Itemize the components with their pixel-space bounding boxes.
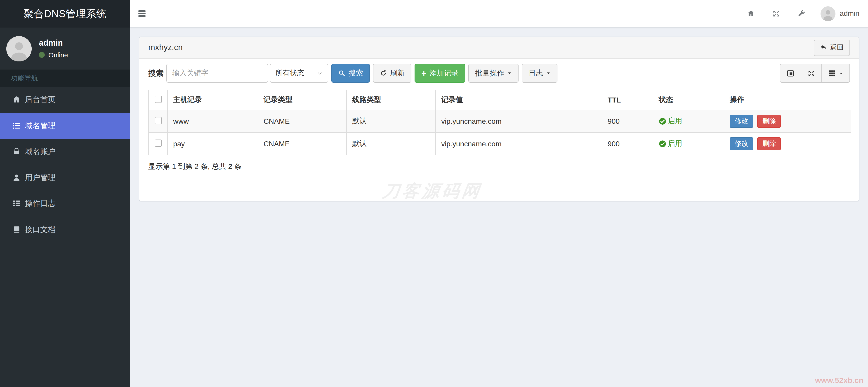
delete-record-button[interactable]: 删除 — [757, 115, 781, 128]
col-line: 线路类型 — [346, 90, 436, 110]
sidebar-item-operation-log[interactable]: 操作日志 — [0, 190, 130, 216]
user-name: admin — [39, 38, 68, 48]
home-icon — [12, 95, 21, 104]
wrench-icon — [798, 9, 806, 17]
app-title: 聚合DNS管理系统 — [24, 7, 106, 21]
cell-ttl: 900 — [602, 110, 653, 133]
user-meta: admin Online — [39, 38, 68, 59]
sidebar-user-panel: admin Online — [0, 28, 130, 70]
sidebar-item-domain-account[interactable]: 域名账户 — [0, 139, 130, 165]
add-record-button[interactable]: + 添加记录 — [414, 64, 465, 83]
sidebar-item-user-manage[interactable]: 用户管理 — [0, 165, 130, 190]
sidebar-item-dashboard[interactable]: 后台首页 — [0, 87, 130, 113]
domain-records-panel: mxhyz.cn 返回 搜索 所有状态 搜索 — [139, 37, 860, 201]
col-ttl: TTL — [602, 90, 653, 110]
dns-records-table: 主机记录 记录类型 线路类型 记录值 TTL 状态 操作 www — [148, 90, 851, 155]
list-icon — [12, 121, 21, 130]
select-all-checkbox[interactable] — [154, 96, 162, 103]
page-title: mxhyz.cn — [148, 43, 183, 52]
sidebar-menu: 后台首页 域名管理 域名账户 用户管理 操作日志 接口文档 — [0, 87, 130, 243]
row-checkbox[interactable] — [154, 117, 162, 124]
table-row: pay CNAME 默认 vip.yuncname.com 900 启用 修改 … — [149, 133, 851, 155]
sidebar-item-api-docs[interactable]: 接口文档 — [0, 216, 130, 243]
search-icon — [338, 70, 345, 77]
log-dropdown[interactable]: 日志 — [522, 64, 557, 83]
status-badge: 启用 — [659, 116, 724, 126]
avatar — [6, 36, 32, 61]
check-circle-icon — [659, 117, 666, 125]
content-area: mxhyz.cn 返回 搜索 所有状态 搜索 — [130, 28, 868, 387]
fullscreen-icon — [807, 69, 815, 77]
panel-body: 搜索 所有状态 搜索 刷新 + — [139, 59, 859, 172]
edit-record-button[interactable]: 修改 — [730, 137, 753, 150]
cell-type: CNAME — [258, 110, 346, 133]
search-button[interactable]: 搜索 — [331, 64, 370, 83]
pagination-info: 显示第 1 到第 2 条, 总共 2 条 — [148, 162, 850, 172]
home-nav-button[interactable] — [739, 0, 764, 27]
search-label: 搜索 — [148, 68, 164, 78]
sidebar-item-domain-manage[interactable]: 域名管理 — [0, 113, 130, 139]
plus-icon: + — [421, 69, 426, 77]
sidebar: 聚合DNS管理系统 admin Online 功能导航 后台首页 域名管理 — [0, 0, 130, 387]
cell-host: www — [167, 110, 258, 133]
online-label: Online — [49, 51, 68, 59]
refresh-icon — [380, 70, 387, 77]
fullscreen-icon — [772, 9, 780, 17]
table-row: www CNAME 默认 vip.yuncname.com 900 启用 修改 … — [149, 110, 851, 133]
app-window: 聚合DNS管理系统 admin Online 功能导航 后台首页 域名管理 — [0, 0, 868, 387]
records-toolbar: 搜索 所有状态 搜索 刷新 + — [148, 64, 850, 83]
row-checkbox[interactable] — [154, 139, 162, 146]
user-menu[interactable]: admin — [814, 6, 860, 21]
navbar-user-name: admin — [840, 9, 860, 17]
sidebar-toggle-button[interactable] — [138, 8, 150, 20]
sidebar-section-header: 功能导航 — [0, 70, 130, 87]
check-circle-icon — [659, 140, 666, 148]
caret-down-icon — [546, 71, 551, 75]
user-icon — [12, 173, 21, 182]
delete-record-button[interactable]: 删除 — [757, 137, 781, 150]
lock-icon — [12, 147, 21, 156]
top-navbar: admin — [130, 0, 868, 28]
columns-grid-icon — [828, 69, 836, 77]
user-status: Online — [39, 51, 68, 59]
columns-dropdown-button[interactable] — [822, 64, 850, 83]
online-dot-icon — [39, 52, 45, 58]
home-icon — [747, 9, 755, 17]
edit-record-button[interactable]: 修改 — [730, 115, 753, 128]
refresh-button[interactable]: 刷新 — [373, 64, 411, 83]
col-actions: 操作 — [724, 90, 851, 110]
table-fullscreen-button[interactable] — [801, 64, 822, 83]
navbar-right: admin — [739, 0, 868, 27]
caret-down-icon — [507, 71, 512, 75]
col-status: 状态 — [653, 90, 724, 110]
avatar — [821, 6, 836, 21]
status-badge: 启用 — [659, 139, 724, 148]
cell-line: 默认 — [346, 110, 436, 133]
col-host: 主机记录 — [167, 90, 258, 110]
cell-type: CNAME — [258, 133, 346, 155]
col-type: 记录类型 — [258, 90, 346, 110]
th-list-icon — [12, 199, 21, 208]
caret-down-icon — [839, 71, 843, 75]
status-filter-select[interactable]: 所有状态 — [270, 64, 328, 83]
batch-actions-dropdown[interactable]: 批量操作 — [468, 64, 519, 83]
settings-nav-button[interactable] — [789, 0, 814, 27]
reply-icon — [820, 44, 827, 51]
table-view-button-group — [780, 64, 850, 83]
cell-ttl: 900 — [602, 133, 653, 155]
cell-line: 默认 — [346, 133, 436, 155]
table-header-row: 主机记录 记录类型 线路类型 记录值 TTL 状态 操作 — [149, 90, 851, 110]
app-logo[interactable]: 聚合DNS管理系统 — [0, 0, 130, 28]
col-value: 记录值 — [436, 90, 602, 110]
cell-host: pay — [167, 133, 258, 155]
fullscreen-nav-button[interactable] — [764, 0, 789, 27]
search-input[interactable] — [166, 64, 268, 83]
book-icon — [12, 225, 21, 234]
detail-view-icon — [786, 69, 794, 77]
detail-view-button[interactable] — [780, 64, 801, 83]
panel-header: mxhyz.cn 返回 — [139, 37, 859, 59]
chevron-down-icon — [317, 70, 323, 76]
cell-value: vip.yuncname.com — [436, 110, 602, 133]
back-button[interactable]: 返回 — [814, 39, 850, 56]
cell-value: vip.yuncname.com — [436, 133, 602, 155]
